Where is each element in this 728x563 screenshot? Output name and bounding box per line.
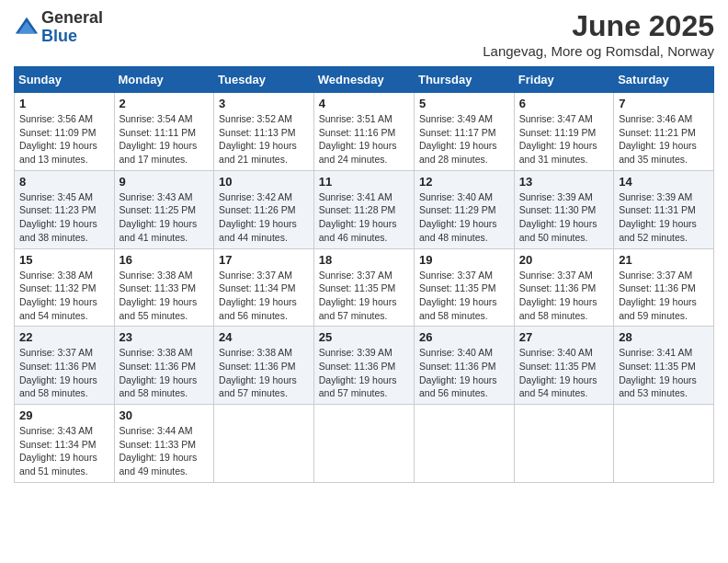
calendar-cell: 26Sunrise: 3:40 AMSunset: 11:36 PMDaylig… [414, 327, 514, 405]
day-number: 11 [319, 175, 409, 189]
location-title: Langevag, More og Romsdal, Norway [483, 43, 714, 59]
day-info: Sunrise: 3:47 AMSunset: 11:19 PMDaylight… [519, 112, 609, 167]
col-sunday: Sunday [15, 67, 115, 93]
logo-general: General [41, 9, 103, 28]
day-info: Sunrise: 3:45 AMSunset: 11:23 PMDaylight… [19, 190, 109, 245]
day-info: Sunrise: 3:37 AMSunset: 11:36 PMDaylight… [619, 269, 709, 323]
day-number: 8 [19, 175, 109, 189]
calendar-cell: 10Sunrise: 3:42 AMSunset: 11:26 PMDaylig… [214, 170, 314, 248]
day-number: 20 [519, 253, 609, 267]
day-number: 26 [419, 330, 509, 344]
calendar-cell: 14Sunrise: 3:39 AMSunset: 11:31 PMDaylig… [614, 170, 714, 248]
day-number: 18 [319, 253, 409, 267]
day-number: 16 [119, 253, 210, 267]
day-number: 2 [119, 97, 210, 110]
day-number: 7 [619, 97, 709, 110]
day-number: 25 [319, 330, 409, 344]
day-number: 22 [19, 330, 109, 344]
calendar-cell: 4Sunrise: 3:51 AMSunset: 11:16 PMDayligh… [313, 93, 414, 171]
day-number: 9 [119, 175, 210, 189]
day-number: 27 [519, 330, 609, 344]
logo-text: General Blue [41, 9, 103, 46]
calendar-header-row: Sunday Monday Tuesday Wednesday Thursday… [15, 67, 714, 93]
day-number: 1 [19, 97, 109, 110]
calendar-cell: 28Sunrise: 3:41 AMSunset: 11:35 PMDaylig… [614, 327, 714, 405]
calendar-cell: 8Sunrise: 3:45 AMSunset: 11:23 PMDayligh… [15, 170, 115, 248]
day-number: 5 [419, 97, 509, 110]
col-thursday: Thursday [414, 67, 514, 93]
day-number: 6 [519, 97, 609, 110]
title-area: June 2025 Langevag, More og Romsdal, Nor… [483, 9, 714, 59]
day-number: 19 [419, 253, 509, 267]
day-info: Sunrise: 3:40 AMSunset: 11:36 PMDaylight… [419, 346, 509, 400]
day-info: Sunrise: 3:51 AMSunset: 11:16 PMDaylight… [319, 112, 409, 167]
calendar-cell: 13Sunrise: 3:39 AMSunset: 11:30 PMDaylig… [514, 170, 613, 248]
calendar-cell [313, 405, 414, 483]
day-number: 12 [419, 175, 509, 189]
day-info: Sunrise: 3:38 AMSunset: 11:36 PMDaylight… [219, 346, 309, 400]
calendar-cell: 12Sunrise: 3:40 AMSunset: 11:29 PMDaylig… [414, 170, 514, 248]
calendar-cell: 11Sunrise: 3:41 AMSunset: 11:28 PMDaylig… [313, 170, 414, 248]
day-number: 21 [619, 253, 709, 267]
calendar-week-row: 22Sunrise: 3:37 AMSunset: 11:36 PMDaylig… [15, 327, 714, 405]
calendar-cell [614, 405, 714, 483]
day-info: Sunrise: 3:38 AMSunset: 11:36 PMDaylight… [119, 346, 210, 400]
day-number: 30 [119, 408, 210, 422]
calendar-cell: 24Sunrise: 3:38 AMSunset: 11:36 PMDaylig… [214, 327, 314, 405]
calendar-week-row: 8Sunrise: 3:45 AMSunset: 11:23 PMDayligh… [15, 170, 714, 248]
day-info: Sunrise: 3:42 AMSunset: 11:26 PMDaylight… [219, 190, 309, 245]
day-info: Sunrise: 3:38 AMSunset: 11:33 PMDaylight… [119, 269, 210, 323]
logo: General Blue [14, 9, 103, 46]
calendar-cell: 6Sunrise: 3:47 AMSunset: 11:19 PMDayligh… [514, 93, 613, 171]
calendar-week-row: 15Sunrise: 3:38 AMSunset: 11:32 PMDaylig… [15, 248, 714, 327]
col-saturday: Saturday [614, 67, 714, 93]
day-info: Sunrise: 3:49 AMSunset: 11:17 PMDaylight… [419, 112, 509, 167]
day-number: 17 [219, 253, 309, 267]
calendar-cell: 27Sunrise: 3:40 AMSunset: 11:35 PMDaylig… [514, 327, 613, 405]
calendar-week-row: 1Sunrise: 3:56 AMSunset: 11:09 PMDayligh… [15, 93, 714, 171]
calendar-cell: 21Sunrise: 3:37 AMSunset: 11:36 PMDaylig… [614, 248, 714, 327]
day-info: Sunrise: 3:56 AMSunset: 11:09 PMDaylight… [19, 112, 109, 167]
calendar-cell: 17Sunrise: 3:37 AMSunset: 11:34 PMDaylig… [214, 248, 314, 327]
calendar: Sunday Monday Tuesday Wednesday Thursday… [14, 66, 714, 483]
calendar-cell: 5Sunrise: 3:49 AMSunset: 11:17 PMDayligh… [414, 93, 514, 171]
day-number: 13 [519, 175, 609, 189]
col-monday: Monday [114, 67, 214, 93]
day-info: Sunrise: 3:40 AMSunset: 11:29 PMDaylight… [419, 190, 509, 245]
calendar-cell [214, 405, 314, 483]
day-number: 14 [619, 175, 709, 189]
calendar-cell: 16Sunrise: 3:38 AMSunset: 11:33 PMDaylig… [114, 248, 214, 327]
calendar-cell: 15Sunrise: 3:38 AMSunset: 11:32 PMDaylig… [15, 248, 115, 327]
day-info: Sunrise: 3:39 AMSunset: 11:30 PMDaylight… [519, 190, 609, 245]
calendar-cell: 18Sunrise: 3:37 AMSunset: 11:35 PMDaylig… [313, 248, 414, 327]
calendar-cell: 20Sunrise: 3:37 AMSunset: 11:36 PMDaylig… [514, 248, 613, 327]
calendar-cell: 3Sunrise: 3:52 AMSunset: 11:13 PMDayligh… [214, 93, 314, 171]
header: General Blue June 2025 Langevag, More og… [14, 9, 714, 59]
day-number: 23 [119, 330, 210, 344]
month-title: June 2025 [483, 9, 714, 43]
day-info: Sunrise: 3:37 AMSunset: 11:35 PMDaylight… [419, 269, 509, 323]
day-info: Sunrise: 3:39 AMSunset: 11:31 PMDaylight… [619, 190, 709, 245]
day-info: Sunrise: 3:43 AMSunset: 11:25 PMDaylight… [119, 190, 210, 245]
calendar-cell [414, 405, 514, 483]
calendar-cell: 30Sunrise: 3:44 AMSunset: 11:33 PMDaylig… [114, 405, 214, 483]
day-info: Sunrise: 3:37 AMSunset: 11:36 PMDaylight… [519, 269, 609, 323]
calendar-week-row: 29Sunrise: 3:43 AMSunset: 11:34 PMDaylig… [15, 405, 714, 483]
day-number: 10 [219, 175, 309, 189]
day-info: Sunrise: 3:43 AMSunset: 11:34 PMDaylight… [19, 424, 109, 478]
day-info: Sunrise: 3:54 AMSunset: 11:11 PMDaylight… [119, 112, 210, 167]
day-info: Sunrise: 3:38 AMSunset: 11:32 PMDaylight… [19, 269, 109, 323]
day-number: 15 [19, 253, 109, 267]
calendar-cell [514, 405, 613, 483]
day-info: Sunrise: 3:52 AMSunset: 11:13 PMDaylight… [219, 112, 309, 167]
day-info: Sunrise: 3:41 AMSunset: 11:35 PMDaylight… [619, 346, 709, 400]
day-info: Sunrise: 3:37 AMSunset: 11:34 PMDaylight… [219, 269, 309, 323]
calendar-cell: 22Sunrise: 3:37 AMSunset: 11:36 PMDaylig… [15, 327, 115, 405]
day-info: Sunrise: 3:44 AMSunset: 11:33 PMDaylight… [119, 424, 210, 478]
day-info: Sunrise: 3:46 AMSunset: 11:21 PMDaylight… [619, 112, 709, 167]
day-number: 4 [319, 97, 409, 110]
day-info: Sunrise: 3:39 AMSunset: 11:36 PMDaylight… [319, 346, 409, 400]
calendar-cell: 29Sunrise: 3:43 AMSunset: 11:34 PMDaylig… [15, 405, 115, 483]
day-number: 24 [219, 330, 309, 344]
calendar-cell: 25Sunrise: 3:39 AMSunset: 11:36 PMDaylig… [313, 327, 414, 405]
